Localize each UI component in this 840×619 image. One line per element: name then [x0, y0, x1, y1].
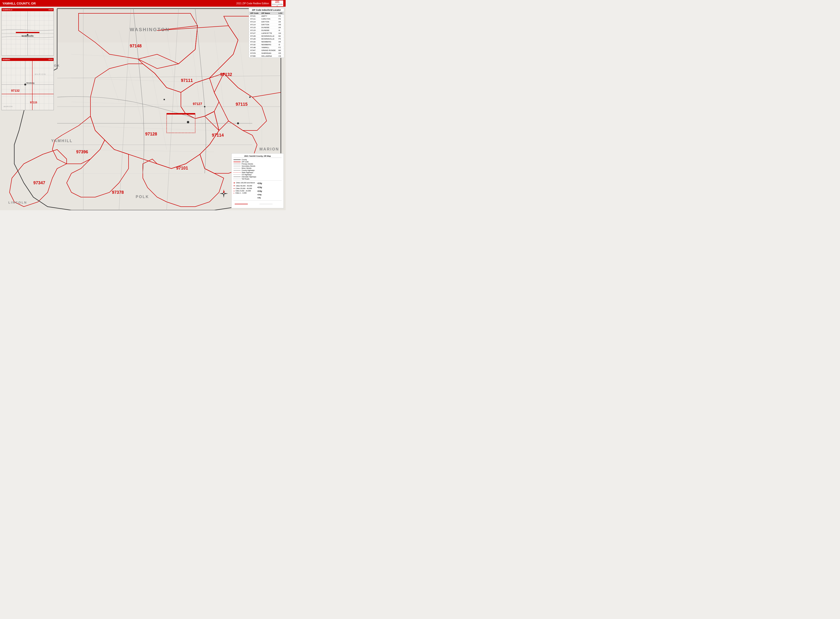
- svg-rect-62: [16, 32, 39, 33]
- zip-code-cell: 97396: [249, 55, 260, 58]
- edition-label: 2021 ZIP Code Redline Edition: [236, 2, 269, 5]
- col-name: ZIP Name: [260, 12, 277, 15]
- svg-text:97132: 97132: [11, 89, 20, 93]
- svg-point-40: [163, 99, 165, 100]
- zipcode-line-icon: [233, 161, 241, 162]
- legend-city-50k: ● Cities 50,000 - 99,999: [233, 184, 255, 187]
- legend-city-25k: ● Cities 25,000 - 49,999: [233, 187, 255, 190]
- zip-code-cell: 97115: [249, 29, 260, 32]
- index-table-row: 97115DUNDEEA4: [249, 26, 284, 29]
- index-table-row: 97128MCMINNVILLEB2: [249, 35, 284, 37]
- svg-point-38: [204, 106, 205, 108]
- zip-loc-cell: F6: [277, 15, 284, 18]
- svg-text:97115: 97115: [30, 101, 37, 104]
- zip-name-cell: NEWBERG: [260, 40, 277, 43]
- index-table-content: ZIP Code ZIP Name LOC 97101AMITYF697111C…: [249, 12, 284, 58]
- zip-name-cell: MCMINNVILLE: [260, 35, 277, 37]
- legend-state-hwy-label: State Highways: [242, 172, 253, 173]
- zip-code-cell: 97111: [249, 18, 260, 21]
- toll-line-icon: [233, 179, 241, 179]
- zip-label-97347: 97347: [33, 181, 45, 185]
- legend-toll-label: Toll Roads: [242, 178, 250, 180]
- zip-label-97128: 97128: [145, 132, 157, 137]
- legend-toll: Toll Roads: [233, 178, 282, 180]
- zip-loc-cell: B2: [277, 35, 284, 37]
- zip-loc-cell: F5: [277, 37, 284, 40]
- zip-name-cell: DAYTON: [260, 23, 277, 26]
- index-table-row: 97101AMITYF6: [249, 15, 284, 18]
- index-table-row: 97347GRAND RONDEB6: [249, 49, 284, 52]
- inset-top-header: McMINNVILLE 97128: [1, 8, 54, 11]
- zip-label-97111: 97111: [181, 78, 193, 83]
- inset-top-zip: 97128: [49, 9, 52, 10]
- zip-name-cell: MCMINNVILLE: [260, 37, 277, 40]
- region-washington: WASHINGTON: [130, 27, 169, 32]
- inset-mcminnville: McMINNVILLE 97128: [1, 8, 54, 56]
- zip-loc-cell: A4: [277, 26, 284, 29]
- legend-interstate-label: Interstate Highways: [242, 176, 256, 178]
- map-area: 97148 97111 97132 97127 97115 97128 9711…: [0, 7, 285, 210]
- svg-point-97: [223, 193, 224, 194]
- legend-title: 2021 Yamhill County, OR Map: [233, 155, 282, 158]
- city-50k-example: •City: [257, 185, 262, 189]
- zip-label-97132: 97132: [220, 72, 232, 77]
- zip-name-cell: CARLTON: [260, 18, 277, 21]
- city-1k-label: Cities 1 - 4,999: [235, 192, 247, 194]
- legend-state-hwy: State Highways: [233, 172, 282, 173]
- zip-code-cell: 97378: [249, 52, 260, 55]
- svg-point-39: [249, 96, 251, 98]
- city-100k-example: •City: [257, 181, 262, 185]
- zip-label-97101: 97101: [176, 166, 188, 171]
- zip-name-cell: DUNDEE: [260, 26, 277, 29]
- legend-cities-section: ● Cities 100,000 and Above ● Cities 50,0…: [233, 181, 282, 199]
- index-table-row: 97148YAMHILLF2: [249, 46, 284, 49]
- legend-city-100k: ● Cities 100,000 and Above: [233, 181, 255, 184]
- zip-code-cell: 97114: [249, 23, 260, 26]
- inset-region-marion: MARION: [4, 105, 13, 108]
- legend-primary: Primary Streets: [233, 163, 282, 165]
- index-table-row: 97132NEWBERGA4: [249, 40, 284, 43]
- svg-point-36: [187, 121, 189, 123]
- city-100k-dot: ●: [233, 181, 235, 184]
- svg-rect-35: [167, 113, 195, 115]
- zip-label-97396: 97396: [76, 150, 88, 154]
- city-25k-example: •City: [257, 189, 262, 193]
- legend-sample-roads: [233, 200, 282, 207]
- inset-bottom-title: NEWBERG: [3, 59, 10, 60]
- page-header: YAMHILL COUNTY, OR 2021 ZIP Code Redline…: [0, 0, 285, 7]
- legend-county-label: County: [242, 159, 247, 160]
- city-5k-label: Cities 5,000 - 24,999: [235, 190, 251, 191]
- legend-minor: Minor Streets: [233, 167, 282, 169]
- zip-code-cell: 97128: [249, 35, 260, 37]
- zip-label-97127: 97127: [193, 102, 202, 106]
- city-5k-example: •City: [257, 193, 262, 196]
- zip-code-cell: 97128: [249, 37, 260, 40]
- index-table-row: 97378SHERIDAND5: [249, 52, 284, 55]
- zip-code-cell: 97148: [249, 46, 260, 49]
- svg-text:Newberg: Newberg: [27, 82, 34, 84]
- index-table-row: 97127LAFAYETTEH4: [249, 32, 284, 35]
- legend-minor-label: Minor Streets: [242, 167, 252, 169]
- svg-marker-1: [57, 7, 281, 42]
- region-polk: POLK: [136, 195, 149, 199]
- legend-secondary-label: Secondary Streets: [242, 165, 256, 167]
- index-table-row: 97128MCMINNVILLEF5: [249, 37, 284, 40]
- zip-loc-cell: A4: [277, 40, 284, 43]
- inset-bottom-zip: 97132: [49, 59, 52, 60]
- legend-zipcode-label: ZIP Code: [242, 161, 248, 163]
- inset-newberg: NEWBERG 97132: [1, 58, 54, 110]
- zip-loc-cell: I4: [277, 29, 284, 32]
- svg-point-37: [237, 123, 239, 124]
- state-hwy-line-icon: [233, 172, 241, 173]
- zip-name-cell: DUNDEE: [260, 29, 277, 32]
- inset-top-body: McMinnville: [1, 11, 54, 55]
- logo-text: targetMAPSAmerica's Leading Map Co: [271, 0, 283, 6]
- legend-us-hwy: US Highways: [233, 174, 282, 175]
- inset-bottom-header: NEWBERG 97132: [1, 58, 54, 61]
- index-table-row: 97396WILLAMINAC6: [249, 55, 284, 58]
- city-50k-dot: ●: [233, 184, 235, 187]
- zip-code-cell: 97101: [249, 15, 260, 18]
- zip-loc-cell: H4: [277, 32, 284, 35]
- svg-text:MARION: MARION: [35, 73, 46, 75]
- zip-code-cell: 97127: [249, 32, 260, 35]
